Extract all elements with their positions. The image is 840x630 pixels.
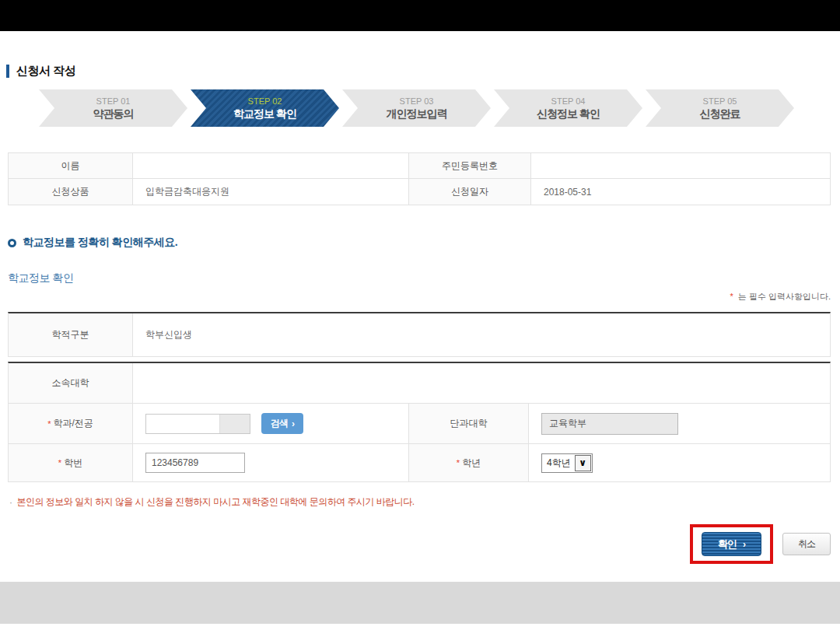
applicant-info-table: 이름 주민등록번호 신청상품 입학금감축대응지원 신청일자 2018-05-31 xyxy=(8,152,831,205)
step-number: STEP 05 xyxy=(703,96,737,107)
enrollment-label: 학적구분 xyxy=(9,313,133,356)
step-label: 약관동의 xyxy=(93,107,134,121)
step-wizard: STEP 01 약관동의 STEP 02 학교정보 확인 STEP 03 개인정… xyxy=(39,89,797,127)
search-button[interactable]: 검색› xyxy=(261,413,303,434)
footer-gray-bar xyxy=(0,582,840,624)
major-label: *학과/전공 xyxy=(9,404,133,443)
step-number: STEP 03 xyxy=(400,96,434,107)
enrollment-value: 학부신입생 xyxy=(133,313,830,356)
warning-text: 본인의 정보와 일치 하지 않을 시 신청을 진행하지 마시고 재학중인 대학에… xyxy=(17,495,415,509)
step-01-terms[interactable]: STEP 01 약관동의 xyxy=(39,89,187,127)
notice-bullet-icon xyxy=(8,239,16,247)
step-label: 신청정보 확인 xyxy=(537,107,600,121)
name-value xyxy=(133,153,408,178)
chevron-down-icon[interactable]: ∨ xyxy=(575,455,591,471)
college-value xyxy=(133,363,830,403)
major-input-code xyxy=(219,415,250,433)
required-asterisk: * xyxy=(58,458,61,467)
confirm-button[interactable]: 확인› xyxy=(702,532,761,556)
page-title: 신청서 작성 xyxy=(6,64,75,79)
section-subheading: 학교정보 확인 xyxy=(8,271,73,285)
faculty-label: 단과대학 xyxy=(408,404,529,443)
rrn-label: 주민등록번호 xyxy=(408,153,531,178)
grade-label: *학년 xyxy=(408,444,529,481)
step-label: 개인정보입력 xyxy=(387,107,447,121)
date-label: 신청일자 xyxy=(408,179,531,205)
faculty-input-disabled: 교육학부 xyxy=(541,413,678,435)
product-label: 신청상품 xyxy=(9,179,133,205)
enrollment-table: 학적구분 학부신입생 xyxy=(8,312,831,357)
date-value: 2018-05-31 xyxy=(531,179,830,205)
table-row: *학번 *학년 4학년 ∨ xyxy=(9,444,830,481)
notice-heading-text: 학교정보를 정확히 확인해주세요. xyxy=(23,236,177,250)
faculty-value-cell: 교육학부 xyxy=(529,404,830,443)
table-row: *학과/전공 검색› 단과대학 교육학부 xyxy=(9,404,830,444)
major-input-text[interactable] xyxy=(146,415,219,433)
red-highlight-annotation: 확인› xyxy=(690,524,773,564)
step-03-personal-info[interactable]: STEP 03 개인정보입력 xyxy=(342,89,491,127)
required-asterisk: * xyxy=(47,419,51,429)
student-id-label: *학번 xyxy=(9,444,133,481)
name-label: 이름 xyxy=(9,153,133,178)
page: 신청서 작성 STEP 01 약관동의 STEP 02 학교정보 확인 STEP… xyxy=(0,0,840,630)
step-02-school-info-active[interactable]: STEP 02 학교정보 확인 xyxy=(191,89,339,127)
step-05-complete[interactable]: STEP 05 신청완료 xyxy=(646,89,794,127)
grade-selected-value: 4학년 xyxy=(542,454,574,472)
notice-heading: 학교정보를 정확히 확인해주세요. xyxy=(8,236,177,250)
required-asterisk: * xyxy=(730,292,733,301)
major-input-cell: 검색› xyxy=(133,404,408,443)
grade-cell: 4학년 ∨ xyxy=(529,444,830,481)
page-title-text: 신청서 작성 xyxy=(16,64,75,79)
table-row: 이름 주민등록번호 xyxy=(9,153,830,179)
table-row: 소속대학 xyxy=(9,363,830,404)
step-label: 학교정보 확인 xyxy=(233,107,296,121)
step-04-application-info[interactable]: STEP 04 신청정보 확인 xyxy=(494,89,642,127)
step-number: STEP 02 xyxy=(248,96,282,107)
grade-select[interactable]: 4학년 ∨ xyxy=(541,453,593,473)
cancel-button[interactable]: 취소 xyxy=(782,533,831,555)
step-number: STEP 01 xyxy=(96,96,131,107)
major-input[interactable] xyxy=(145,414,250,434)
top-black-bar xyxy=(0,0,840,31)
step-label: 신청완료 xyxy=(700,107,740,121)
warning-note: · 본인의 정보와 일치 하지 않을 시 신청을 진행하지 마시고 재학중인 대… xyxy=(9,495,415,509)
required-fields-note: * 는 필수 입력사항입니다. xyxy=(730,291,831,303)
chevron-right-icon: › xyxy=(292,418,294,429)
required-asterisk: * xyxy=(457,458,460,467)
action-buttons: 확인› 취소 xyxy=(690,524,831,564)
college-label: 소속대학 xyxy=(9,363,133,403)
student-id-input[interactable] xyxy=(145,453,245,473)
table-row: 학적구분 학부신입생 xyxy=(9,313,830,356)
product-value: 입학금감축대응지원 xyxy=(133,179,408,205)
title-accent-bar xyxy=(6,65,9,78)
rrn-value xyxy=(531,153,830,178)
step-number: STEP 04 xyxy=(551,96,586,107)
required-note-text: 는 필수 입력사항입니다. xyxy=(736,292,831,301)
table-row: 신청상품 입학금감축대응지원 신청일자 2018-05-31 xyxy=(9,179,830,205)
student-id-cell xyxy=(133,444,408,481)
chevron-right-icon: › xyxy=(743,539,745,550)
school-info-table: 소속대학 *학과/전공 검색› 단과대학 교육학부 *학번 *학년 xyxy=(8,362,831,482)
warning-bullet: · xyxy=(9,497,12,508)
